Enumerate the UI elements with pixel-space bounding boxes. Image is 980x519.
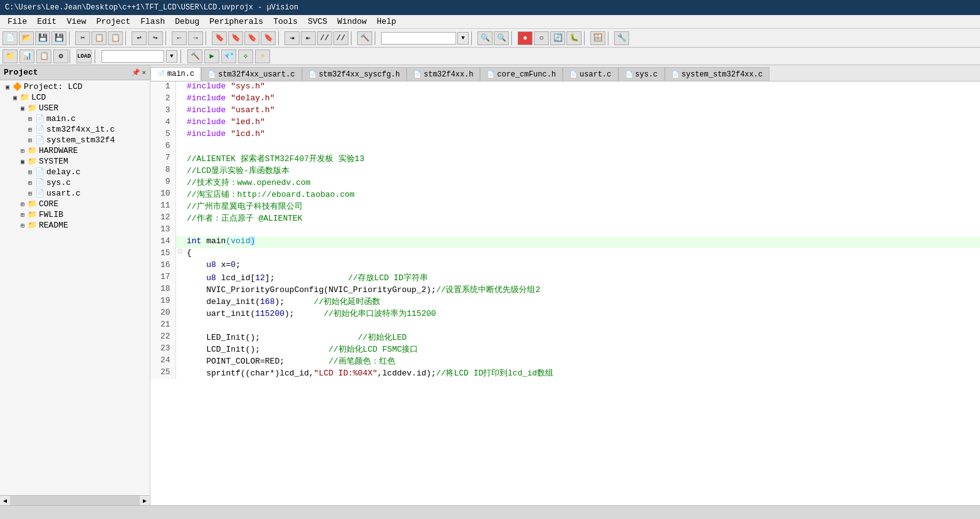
stop-btn[interactable]: ○ <box>534 31 549 45</box>
reset-btn[interactable]: 🔄 <box>550 31 565 45</box>
code-cell-17[interactable]: u8 lcd_id[12]; //存放LCD ID字符串 <box>184 272 980 284</box>
comment-btn[interactable]: // <box>317 31 332 45</box>
stop2-btn[interactable]: ⟡ <box>238 50 253 63</box>
code-cell-10[interactable]: //淘宝店铺：http://eboard.taobao.com <box>184 189 980 201</box>
debug-btn[interactable]: 🐛 <box>566 31 581 45</box>
window-btn[interactable]: 🪟 <box>590 31 605 45</box>
find-btn[interactable]: 🔍 <box>494 31 509 45</box>
code-cell-2[interactable]: #include "delay.h" <box>184 93 980 105</box>
tree-item-system[interactable]: ⊞ 📄 system_stm32f4 <box>0 135 150 145</box>
new-file-btn[interactable]: 📄 <box>3 31 18 45</box>
packed-dropdown-btn[interactable]: ▼ <box>457 32 469 45</box>
expander-delay-c[interactable]: ⊞ <box>25 169 35 176</box>
expander-fwlib[interactable]: ⊞ <box>18 211 28 219</box>
bookmark2-btn[interactable]: 🔖 <box>228 31 243 45</box>
code-cell-16[interactable]: u8 x=0; <box>184 260 980 272</box>
code-cell-8[interactable]: //LCD显示实验-库函数版本 <box>184 165 980 177</box>
tab-sys-c[interactable]: 📄 sys.c <box>618 67 665 81</box>
run2-btn[interactable]: ▶ <box>204 50 219 63</box>
fold-15[interactable]: □ <box>175 248 184 260</box>
save-btn[interactable]: 💾 <box>35 31 50 45</box>
code-cell-11[interactable]: //广州市星翼电子科技有限公司 <box>184 201 980 212</box>
expander-lcd[interactable]: ▣ <box>10 94 20 102</box>
target-icon-btn[interactable]: ⚙ <box>53 50 68 63</box>
tree-item-stm32-it[interactable]: ⊞ 📄 stm32f4xx_it.c <box>0 124 150 135</box>
paste-btn[interactable]: 📋 <box>108 31 123 45</box>
build-btn[interactable]: 🔨 <box>357 31 372 45</box>
tree-item-usart-c[interactable]: ⊞ 📄 usart.c <box>0 188 150 199</box>
flash-btn[interactable]: ⚡ <box>255 50 270 63</box>
menu-tools[interactable]: Tools <box>268 16 303 28</box>
tree-item-delay-c[interactable]: ⊞ 📄 delay.c <box>0 167 150 177</box>
menu-svcs[interactable]: SVCS <box>303 16 332 28</box>
code-cell-6[interactable] <box>184 141 980 153</box>
panel-pin-btn[interactable]: 📌 <box>132 68 140 76</box>
tab-core-cmfunc[interactable]: 📄 core_cmFunc.h <box>480 67 563 81</box>
code-cell-5[interactable]: #include "lcd.h" <box>184 129 980 141</box>
menu-peripherals[interactable]: Peripherals <box>204 16 268 28</box>
code-cell-14[interactable]: int main(void) <box>184 236 980 248</box>
undo-btn[interactable]: ↩ <box>132 31 147 45</box>
code-cell-25[interactable]: sprintf((char*)lcd_id,"LCD ID:%04X",lcdd… <box>184 367 980 379</box>
code-cell-20[interactable]: uart_init(115200); //初始化串口波特率为115200 <box>184 308 980 320</box>
code-cell-18[interactable]: NVIC_PriorityGroupConfig(NVIC_PriorityGr… <box>184 284 980 296</box>
bookmark3-btn[interactable]: 🔖 <box>244 31 259 45</box>
code-cell-19[interactable]: delay_init(168); //初始化延时函数 <box>184 296 980 308</box>
code-cell-23[interactable]: LCD_Init(); //初始化LCD FSMC接口 <box>184 343 980 355</box>
code-cell-24[interactable]: POINT_COLOR=RED; //画笔颜色：红色 <box>184 355 980 367</box>
bookmark-btn[interactable]: 🔖 <box>212 31 227 45</box>
expander-readme[interactable]: ⊞ <box>18 222 28 229</box>
proj3-btn[interactable]: 📋 <box>36 50 51 63</box>
code-cell-15[interactable]: { <box>184 248 980 260</box>
code-cell-9[interactable]: //技术支持：www.openedv.com <box>184 177 980 189</box>
code-editor[interactable]: 1 #include "sys.h" 2 #include "delay.h" … <box>150 81 980 505</box>
target-input[interactable]: LCD <box>102 50 164 63</box>
tab-main-c[interactable]: 📄 main.c <box>150 67 201 81</box>
packed-input[interactable]: __packed <box>381 32 456 45</box>
expander-main-c[interactable]: ⊞ <box>25 115 35 123</box>
menu-help[interactable]: Help <box>372 16 401 28</box>
proj2-btn[interactable]: 📊 <box>19 50 34 63</box>
open-btn[interactable]: 📂 <box>19 31 34 45</box>
copy-btn[interactable]: 📋 <box>91 31 107 45</box>
tree-item-hardware[interactable]: ⊞ 📁 HARDWARE <box>0 145 150 156</box>
tree-item-system-group[interactable]: ▣ 📁 SYSTEM <box>0 156 150 167</box>
expander-usart-c[interactable]: ⊞ <box>25 190 35 197</box>
project-btn[interactable]: 📁 <box>3 50 18 63</box>
tab-stm32-usart[interactable]: 📄 stm32f4xx_usart.c <box>201 67 301 81</box>
expander-root[interactable]: ▣ <box>3 83 13 91</box>
menu-debug[interactable]: Debug <box>170 16 204 28</box>
tree-item-lcd[interactable]: ▣ 📁 LCD <box>0 92 150 103</box>
code-cell-21[interactable] <box>184 320 980 332</box>
unindent-btn[interactable]: ⇤ <box>301 31 316 45</box>
back-btn[interactable]: ← <box>172 31 187 45</box>
code-cell-12[interactable]: //作者：正点原子 @ALIENTEK <box>184 212 980 224</box>
bookmark4-btn[interactable]: 🔖 <box>261 31 276 45</box>
indent-btn[interactable]: ⇥ <box>284 31 300 45</box>
search-btn[interactable]: 🔍 <box>477 31 493 45</box>
load-btn[interactable]: LOAD <box>76 50 91 63</box>
code-cell-3[interactable]: #include "usart.h" <box>184 105 980 117</box>
code-cell-13[interactable] <box>184 224 980 236</box>
expander-hardware[interactable]: ⊞ <box>18 147 28 155</box>
expander-system-group[interactable]: ▣ <box>18 158 28 165</box>
expander-sys-c[interactable]: ⊞ <box>25 179 35 187</box>
expander-stm32-it[interactable]: ⊞ <box>25 126 35 134</box>
debug2-btn[interactable]: 💎 <box>221 50 236 63</box>
menu-window[interactable]: Window <box>332 16 372 28</box>
code-cell-1[interactable]: #include "sys.h" <box>184 81 980 93</box>
expander-user[interactable]: ▣ <box>18 105 28 112</box>
scroll-left-btn[interactable]: ◀ <box>0 496 10 505</box>
menu-edit[interactable]: Edit <box>32 16 61 28</box>
tree-item-main-c[interactable]: ⊞ 📄 main.c <box>0 113 150 124</box>
fwd-btn[interactable]: → <box>188 31 203 45</box>
save-all-btn[interactable]: 💾 <box>51 31 66 45</box>
code-cell-22[interactable]: LED_Init(); //初始化LED <box>184 332 980 343</box>
panel-close-btn[interactable]: ✕ <box>142 68 146 76</box>
scroll-right-btn[interactable]: ▶ <box>140 496 150 505</box>
tree-item-fwlib[interactable]: ⊞ 📁 FWLIB <box>0 209 150 220</box>
redo-btn[interactable]: ↪ <box>148 31 163 45</box>
code-cell-4[interactable]: #include "led.h" <box>184 117 980 129</box>
tree-item-readme[interactable]: ⊞ 📁 README <box>0 220 150 231</box>
tree-item-root[interactable]: ▣ 🔶 Project: LCD <box>0 81 150 92</box>
